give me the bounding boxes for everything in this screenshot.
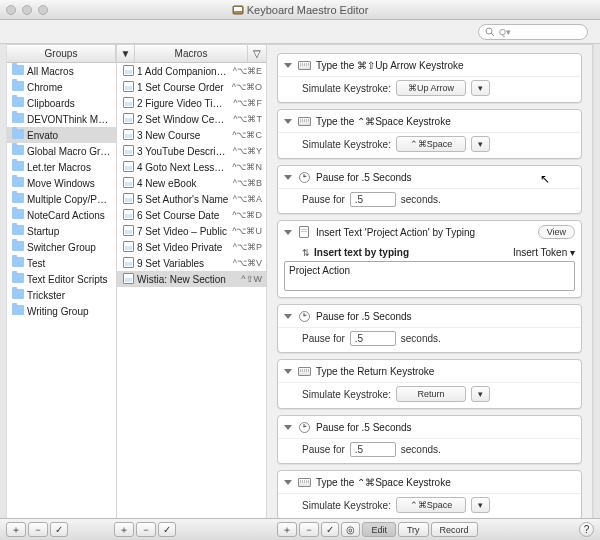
view-button[interactable]: View <box>538 225 575 239</box>
macro-remove-button[interactable]: － <box>136 522 156 537</box>
macro-label: 6 Set Course Date <box>137 210 228 221</box>
action-card[interactable]: Type the ⌃⌘Space KeystrokeSimulate Keyst… <box>277 470 582 518</box>
macros-header[interactable]: ▼ Macros ▽ <box>117 45 266 63</box>
action-card[interactable]: Pause for .5 SecondsPause for.5seconds. <box>277 304 582 353</box>
action-card[interactable]: Type the ⌘⇧Up Arrow KeystrokeSimulate Ke… <box>277 53 582 103</box>
macros-row[interactable]: 9 Set Variables^⌥⌘V <box>117 255 266 271</box>
pause-value-input[interactable]: .5 <box>350 331 396 346</box>
groups-row[interactable]: Envato <box>7 127 116 143</box>
keystroke-dropdown[interactable]: ▾ <box>471 136 490 152</box>
disclosure-icon[interactable] <box>284 175 292 180</box>
groups-row[interactable]: Test <box>7 255 116 271</box>
macro-label: 8 Set Video Private <box>137 242 229 253</box>
action-remove-button[interactable]: － <box>299 522 319 537</box>
groups-row[interactable]: Startup <box>7 223 116 239</box>
disclosure-icon[interactable] <box>284 480 292 485</box>
keystroke-field[interactable]: ⌘Up Arrow <box>396 80 466 96</box>
try-button[interactable]: Try <box>398 522 429 537</box>
action-title: Pause for .5 Seconds <box>316 422 575 433</box>
keystroke-dropdown[interactable]: ▾ <box>471 497 490 513</box>
pause-value-input[interactable]: .5 <box>350 192 396 207</box>
group-add-button[interactable]: ＋ <box>6 522 26 537</box>
macros-row[interactable]: 2 Set Window Center^⌥⌘T <box>117 111 266 127</box>
macros-row[interactable]: 6 Set Course Date^⌥⌘D <box>117 207 266 223</box>
groups-row[interactable]: Switcher Group <box>7 239 116 255</box>
edit-button[interactable]: Edit <box>362 522 396 537</box>
sort-desc-icon[interactable]: ▽ <box>248 45 266 62</box>
keystroke-field[interactable]: ⌃⌘Space <box>396 136 466 152</box>
action-card[interactable]: Type the ⌃⌘Space KeystrokeSimulate Keyst… <box>277 109 582 159</box>
field-suffix: seconds. <box>401 333 441 344</box>
groups-row[interactable]: Clipboards <box>7 95 116 111</box>
groups-row[interactable]: DEVONThink Macros <box>7 111 116 127</box>
macros-row[interactable]: 8 Set Video Private^⌥⌘P <box>117 239 266 255</box>
groups-row[interactable]: NoteCard Actions <box>7 207 116 223</box>
macros-row[interactable]: 7 Set Video – Public^⌥⌘U <box>117 223 266 239</box>
groups-row[interactable]: Multiple Copy/Paste <box>7 191 116 207</box>
keyboard-icon <box>298 61 311 70</box>
group-label: Trickster <box>27 290 112 301</box>
groups-row[interactable]: All Macros <box>7 63 116 79</box>
macro-shortcut: ^⌥⌘E <box>233 66 262 76</box>
group-remove-button[interactable]: － <box>28 522 48 537</box>
insert-text-field[interactable]: Project Action <box>284 261 575 291</box>
action-enable-button[interactable]: ✓ <box>321 522 339 537</box>
sort-asc-icon[interactable]: ▼ <box>117 45 135 62</box>
macro-shortcut: ^⌥⌘O <box>232 82 262 92</box>
macros-row[interactable]: 4 New eBook^⌥⌘B <box>117 175 266 191</box>
action-card[interactable]: Insert Text 'Project Action' by TypingVi… <box>277 220 582 298</box>
macros-row[interactable]: 3 New Course^⌥⌘C <box>117 127 266 143</box>
macro-label: 9 Set Variables <box>137 258 229 269</box>
macros-row[interactable]: 1 Add Companion C…^⌥⌘E <box>117 63 266 79</box>
group-label: Move Windows <box>27 178 112 189</box>
disclosure-icon[interactable] <box>284 314 292 319</box>
action-card[interactable]: Type the Return KeystrokeSimulate Keystr… <box>277 359 582 409</box>
action-add-button[interactable]: ＋ <box>277 522 297 537</box>
search-input[interactable]: Q▾ <box>478 24 588 40</box>
groups-row[interactable]: Move Windows <box>7 175 116 191</box>
groups-row[interactable]: Let.ter Macros <box>7 159 116 175</box>
macro-enable-button[interactable]: ✓ <box>158 522 176 537</box>
reorder-icon[interactable]: ⇅ <box>302 248 310 258</box>
groups-row[interactable]: Global Macro Group <box>7 143 116 159</box>
action-preview-button[interactable]: ◎ <box>341 522 360 537</box>
disclosure-icon[interactable] <box>284 230 292 235</box>
macros-row[interactable]: 1 Set Course Order^⌥⌘O <box>117 79 266 95</box>
disclosure-icon[interactable] <box>284 425 292 430</box>
folder-icon <box>11 241 25 253</box>
record-button[interactable]: Record <box>431 522 478 537</box>
disclosure-icon[interactable] <box>284 63 292 68</box>
keystroke-field[interactable]: Return <box>396 386 466 402</box>
macro-label: 2 Figure Video Times <box>137 98 229 109</box>
groups-row[interactable]: Writing Group <box>7 303 116 319</box>
macros-column: ▼ Macros ▽ 1 Add Companion C…^⌥⌘E1 Set C… <box>117 45 267 518</box>
groups-row[interactable]: Chrome <box>7 79 116 95</box>
groups-row[interactable]: Trickster <box>7 287 116 303</box>
group-enable-button[interactable]: ✓ <box>50 522 68 537</box>
groups-header[interactable]: Groups <box>7 45 116 63</box>
insert-token-dropdown[interactable]: Insert Token ▾ <box>513 247 575 258</box>
macros-row[interactable]: 4 Goto Next Lesso…^⌥⌘N <box>117 159 266 175</box>
disclosure-icon[interactable] <box>284 369 292 374</box>
macro-add-button[interactable]: ＋ <box>114 522 134 537</box>
macro-icon <box>121 257 135 270</box>
help-button[interactable]: ? <box>579 522 594 537</box>
group-label: Text Editor Scripts <box>27 274 112 285</box>
disclosure-icon[interactable] <box>284 119 292 124</box>
macro-shortcut: ^⌥⌘U <box>232 226 262 236</box>
macros-row[interactable]: 3 YouTube Descrip…^⌥⌘Y <box>117 143 266 159</box>
macros-row[interactable]: Wistia: New Section^⇧W <box>117 271 266 287</box>
macros-row[interactable]: 2 Figure Video Times^⌥⌘F <box>117 95 266 111</box>
field-label: Simulate Keystroke: <box>302 389 391 400</box>
pause-value-input[interactable]: .5 <box>350 442 396 457</box>
groups-row[interactable]: Text Editor Scripts <box>7 271 116 287</box>
keystroke-dropdown[interactable]: ▾ <box>471 80 490 96</box>
titlebar: Keyboard Maestro Editor <box>0 0 600 20</box>
macro-icon <box>121 177 135 190</box>
action-card[interactable]: Pause for .5 SecondsPause for.5seconds. <box>277 415 582 464</box>
keystroke-dropdown[interactable]: ▾ <box>471 386 490 402</box>
action-card[interactable]: Pause for .5 SecondsPause for.5seconds. <box>277 165 582 214</box>
keystroke-field[interactable]: ⌃⌘Space <box>396 497 466 513</box>
macros-row[interactable]: 5 Set Author's Name^⌥⌘A <box>117 191 266 207</box>
folder-icon <box>11 177 25 189</box>
